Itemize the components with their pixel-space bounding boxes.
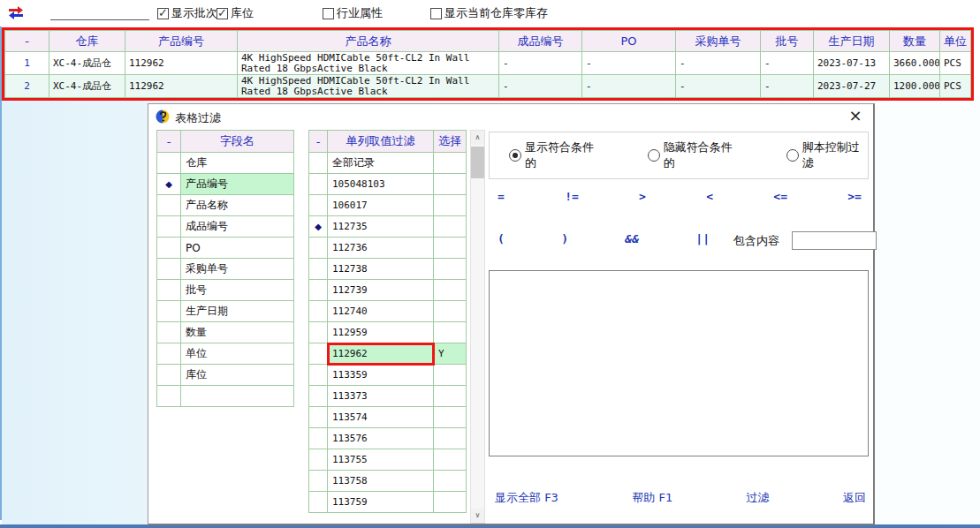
field-row-selected[interactable]: ◆产品编号	[157, 174, 294, 195]
dialog-title-bar[interactable]: 表格过滤 ×	[148, 104, 873, 129]
op-not-equals-button[interactable]: !=	[565, 190, 579, 203]
op-open-paren-button[interactable]: (	[498, 232, 505, 245]
cell-product-name: 4K HighSpeed HDMICable 50ft-CL2 In Wall …	[238, 52, 499, 75]
op-or-button[interactable]: ||	[695, 232, 710, 245]
checkbox-location[interactable]: 库位	[217, 5, 254, 21]
return-button[interactable]: 返回	[843, 490, 866, 506]
swap-arrows-icon[interactable]	[7, 6, 25, 20]
field-label: 采购单号	[181, 259, 294, 280]
quick-search-input[interactable]	[50, 5, 149, 20]
col-header-batch-no[interactable]: 批号	[761, 31, 814, 52]
dialog-title: 表格过滤	[175, 110, 221, 126]
value-row[interactable]: 112736	[309, 238, 467, 259]
value-row-selected[interactable]: 112962Y	[309, 343, 467, 365]
value-cell: 106017	[328, 195, 434, 216]
col-header-purchase-no[interactable]: 采购单号	[676, 31, 761, 52]
value-row[interactable]: 113759	[309, 492, 467, 513]
value-cell: 113574	[328, 407, 434, 428]
cell-unit: PCS	[940, 75, 971, 98]
col-header-rowno[interactable]: -	[5, 31, 49, 52]
value-row[interactable]: 112959	[309, 322, 467, 343]
cell-product-no: 112962	[125, 52, 238, 75]
stock-table-header-row: - 仓库 产品编号 产品名称 成品编号 PO 采购单号 批号 生产日期 数量 单…	[5, 31, 971, 52]
field-row-empty[interactable]	[157, 386, 294, 407]
radio-label: 脚本控制过滤	[802, 140, 868, 171]
value-row[interactable]: 113574	[309, 407, 467, 428]
show-all-button[interactable]: 显示全部 F3	[495, 490, 558, 506]
field-label: 生产日期	[181, 301, 294, 322]
field-row[interactable]: 生产日期	[157, 301, 294, 322]
scroll-up-icon[interactable]: ∧	[471, 131, 484, 145]
op-less-equal-button[interactable]: <=	[773, 190, 787, 203]
field-list: - 字段名 仓库 ◆产品编号 产品名称 成品编号 PO 采购单号 批号 生产日期…	[156, 130, 294, 407]
value-row[interactable]: 全部记录	[309, 153, 467, 174]
cell-prod-date: 2023-07-13	[814, 52, 890, 75]
checkbox-show-batch[interactable]: 显示批次	[157, 5, 217, 21]
help-button[interactable]: 帮助 F1	[632, 490, 672, 506]
field-label: 单位	[181, 343, 294, 365]
value-row[interactable]: 105048103	[309, 174, 467, 195]
checkbox-label: 库位	[231, 5, 254, 21]
field-row[interactable]: 数量	[157, 322, 294, 343]
col-header-finished-no[interactable]: 成品编号	[499, 31, 582, 52]
table-row[interactable]: 1 XC-4-成品仓 112962 4K HighSpeed HDMICable…	[5, 52, 971, 75]
filter-expression-area[interactable]	[489, 270, 869, 456]
value-row[interactable]: ◆112735	[309, 216, 467, 238]
scroll-down-icon[interactable]: ∨	[471, 509, 484, 523]
field-label: 成品编号	[181, 216, 294, 238]
field-row[interactable]: 批号	[157, 280, 294, 301]
radio-script-filter[interactable]: 脚本控制过滤	[786, 140, 868, 171]
field-row[interactable]: 采购单号	[157, 259, 294, 280]
radio-show-matching[interactable]: 显示符合条件的	[509, 140, 602, 171]
radio-hide-matching[interactable]: 隐藏符合条件的	[648, 140, 741, 171]
table-row[interactable]: 2 XC-4-成品仓 112962 4K HighSpeed HDMICable…	[5, 75, 971, 98]
field-row[interactable]: 单位	[157, 343, 294, 365]
contains-input[interactable]	[792, 231, 877, 250]
op-and-button[interactable]: &&	[625, 232, 639, 245]
op-greater-button[interactable]: >	[639, 190, 646, 203]
value-row[interactable]: 112739	[309, 280, 467, 301]
value-cell: 113759	[328, 492, 434, 513]
value-row[interactable]: 113576	[309, 428, 467, 449]
col-header-prod-date[interactable]: 生产日期	[814, 31, 890, 52]
value-list-scrollbar[interactable]: ∧ ∨	[470, 130, 485, 524]
value-row[interactable]: 113758	[309, 471, 467, 492]
checkbox-show-zero-stock[interactable]: 显示当前仓库零库存	[430, 5, 548, 21]
field-name-header: 字段名	[181, 131, 294, 153]
marker-col-header: -	[157, 131, 181, 153]
op-equals-button[interactable]: =	[498, 190, 505, 203]
filter-button[interactable]: 过滤	[747, 490, 770, 506]
value-row[interactable]: 113359	[309, 365, 467, 386]
checkbox-label: 显示当前仓库零库存	[444, 5, 548, 21]
op-less-button[interactable]: <	[706, 190, 713, 203]
operator-row-2: ( ) && ||	[498, 232, 710, 245]
value-row[interactable]: 112738	[309, 259, 467, 280]
field-row[interactable]: PO	[157, 238, 294, 259]
field-row[interactable]: 成品编号	[157, 216, 294, 238]
col-header-qty[interactable]: 数量	[890, 31, 940, 52]
col-header-po[interactable]: PO	[582, 31, 676, 52]
value-row[interactable]: 113373	[309, 386, 467, 407]
field-row[interactable]: 仓库	[157, 153, 294, 174]
field-row[interactable]: 产品名称	[157, 195, 294, 216]
col-header-unit[interactable]: 单位	[940, 31, 971, 52]
cell-qty: 3660.000	[890, 52, 940, 75]
field-row[interactable]: 库位	[157, 365, 294, 386]
close-icon[interactable]: ×	[847, 107, 864, 124]
col-header-product-no[interactable]: 产品编号	[125, 31, 238, 52]
scrollbar-thumb[interactable]	[471, 147, 484, 178]
value-row[interactable]: 106017	[309, 195, 467, 216]
op-close-paren-button[interactable]: )	[561, 232, 568, 245]
op-greater-equal-button[interactable]: >=	[847, 190, 862, 203]
value-cell: 113359	[328, 365, 434, 386]
value-list-header: - 单列取值过滤 选择	[309, 131, 467, 153]
value-cell: 112738	[328, 259, 434, 280]
col-header-product-name[interactable]: 产品名称	[238, 31, 499, 52]
checkbox-industry-attr[interactable]: 行业属性	[323, 5, 383, 21]
field-label: 批号	[181, 280, 294, 301]
cell-finished-no: -	[499, 75, 582, 98]
value-cell: 112740	[328, 301, 434, 322]
value-row[interactable]: 113755	[309, 449, 467, 471]
col-header-warehouse[interactable]: 仓库	[49, 31, 125, 52]
value-row[interactable]: 112740	[309, 301, 467, 322]
